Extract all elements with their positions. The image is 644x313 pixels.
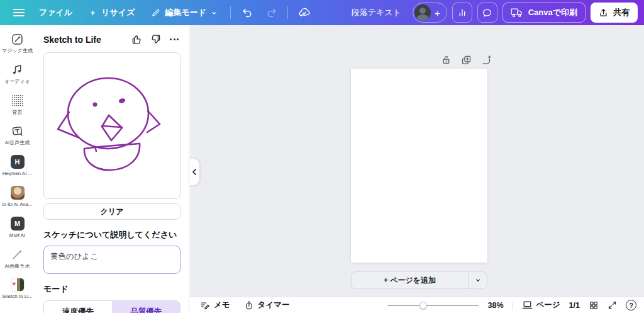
thumbs-up-icon[interactable]: [131, 33, 143, 45]
sidebar-item-label: HeyGen AI ...: [3, 171, 33, 177]
sidebar-item-magic-generate[interactable]: マジック生成: [0, 31, 35, 54]
did-avatar-icon: [10, 185, 25, 200]
toolbar-divider: [230, 6, 231, 19]
toolbar-divider: [287, 6, 288, 19]
file-menu[interactable]: ファイル: [33, 3, 79, 22]
add-page-button: + ページを追加: [351, 271, 487, 289]
timer-label: タイマー: [258, 300, 290, 310]
sidebar-item-label: オーディオ: [4, 79, 30, 85]
edit-mode-button[interactable]: 編集モード: [145, 3, 224, 22]
add-member-button[interactable]: +: [413, 3, 447, 23]
audio-icon: [10, 62, 25, 77]
help-label: ?: [629, 302, 633, 309]
timer-icon: [244, 300, 254, 310]
add-page-icon[interactable]: [480, 54, 492, 65]
sparkle-icon: [89, 9, 97, 17]
page-indicator: 1/1: [569, 301, 580, 310]
chevron-down-icon: [211, 9, 218, 16]
mode-toggle: 速度優先 品質優先: [43, 300, 180, 313]
panel-title: Sketch to Life: [43, 35, 131, 45]
resize-button-label: リサイズ: [101, 7, 135, 18]
design-canvas-area[interactable]: + ページを追加 メモ タイマー: [190, 25, 644, 313]
ai-image-lab-icon: [10, 247, 25, 262]
ai-voice-icon: [10, 123, 25, 139]
duplicate-page-icon[interactable]: [460, 54, 472, 65]
zoom-slider-track: [387, 305, 479, 306]
laptop-icon: [522, 300, 533, 310]
pencil-icon: [151, 8, 160, 18]
sidebar-item-sketch-to-life[interactable]: Sketch to Li...: [0, 277, 35, 300]
cloud-saved-icon: [294, 3, 314, 23]
pages-label: ページ: [536, 300, 560, 310]
prompt-input[interactable]: 黄色のひよこ: [43, 246, 180, 274]
sidebar-item-ai-image-lab[interactable]: AI画像ラボ: [0, 247, 35, 270]
fullscreen-icon[interactable]: [608, 300, 617, 310]
sidebar-item-murf[interactable]: M Murf AI: [0, 216, 35, 239]
mode-option-quality[interactable]: 品質優先: [112, 301, 180, 313]
clear-button-label: クリア: [101, 207, 124, 217]
canva-editor: ファイル リサイズ 編集モード 段落テキスト: [0, 0, 644, 313]
mode-option-speed[interactable]: 速度優先: [44, 301, 112, 313]
panel-header: Sketch to Life: [43, 33, 180, 45]
page-tools: [440, 54, 492, 65]
add-page-dropdown[interactable]: [468, 272, 487, 288]
add-page-main[interactable]: + ページを追加: [352, 272, 468, 288]
notes-label: メモ: [214, 300, 230, 310]
sidebar-item-background[interactable]: 背景: [0, 93, 35, 116]
zoom-slider-handle[interactable]: [419, 302, 427, 309]
panel-collapse-handle[interactable]: [189, 159, 199, 185]
prompt-label: スケッチについて説明してください: [43, 229, 180, 241]
sidebar-item-did-avatar[interactable]: D-ID AI Ava...: [0, 185, 35, 208]
background-icon: [10, 93, 25, 108]
status-bar: メモ タイマー 38% ページ 1/1: [190, 297, 644, 313]
insights-chart-button[interactable]: [452, 3, 472, 23]
sketch-to-life-icon: [10, 277, 25, 292]
redo-icon: [261, 3, 281, 23]
statusbar-divider: [513, 301, 513, 310]
share-button-label: 共有: [613, 7, 630, 18]
resize-button[interactable]: リサイズ: [82, 3, 141, 22]
chick-sketch-drawing: [44, 53, 180, 199]
sketch-to-life-panel: Sketch to Life: [35, 25, 189, 313]
clear-button[interactable]: クリア: [43, 203, 180, 220]
share-icon: [599, 8, 608, 18]
sidebar-item-label: AI画像ラボ: [5, 264, 30, 270]
truck-icon: [511, 8, 523, 18]
sidebar-item-ai-voice[interactable]: AI音声生成: [0, 123, 35, 146]
zoom-slider[interactable]: [387, 301, 479, 310]
user-avatar: [414, 4, 431, 21]
notes-icon: [200, 300, 210, 310]
chevron-down-icon: [475, 277, 481, 283]
hamburger-menu-icon[interactable]: [9, 3, 29, 23]
comments-button[interactable]: [477, 3, 497, 23]
comment-icon: [482, 8, 492, 18]
thumbs-down-icon[interactable]: [150, 33, 162, 45]
document-title[interactable]: 段落テキスト: [352, 7, 401, 18]
unlock-icon[interactable]: [440, 54, 452, 65]
top-toolbar: ファイル リサイズ 編集モード 段落テキスト: [0, 0, 644, 25]
sidebar-item-heygen[interactable]: H HeyGen AI ...: [0, 154, 35, 177]
zoom-value: 38%: [487, 301, 503, 310]
sidebar-item-label: Sketch to Li...: [2, 294, 32, 300]
file-menu-label: ファイル: [39, 7, 72, 18]
more-options-icon[interactable]: [169, 37, 180, 42]
sidebar-item-label: Murf AI: [9, 233, 25, 239]
murf-icon: M: [10, 216, 25, 231]
heygen-icon: H: [10, 154, 25, 169]
sidebar-item-label: D-ID AI Ava...: [3, 202, 33, 208]
sidebar-item-audio[interactable]: オーディオ: [0, 62, 35, 85]
magic-generate-icon: [10, 31, 25, 47]
help-button[interactable]: ?: [626, 300, 636, 310]
print-button-label: Canvaで印刷: [528, 7, 577, 18]
undo-icon[interactable]: [237, 3, 257, 23]
design-page[interactable]: [351, 69, 487, 263]
pages-view-button[interactable]: ページ: [522, 300, 560, 310]
notes-button[interactable]: メモ: [200, 300, 230, 310]
sidebar-item-label: 背景: [13, 110, 23, 116]
timer-button[interactable]: タイマー: [244, 300, 290, 310]
mode-label: モード: [43, 283, 180, 295]
share-button[interactable]: 共有: [591, 3, 638, 23]
sketch-canvas[interactable]: [43, 52, 180, 199]
print-with-canva-button[interactable]: Canvaで印刷: [502, 3, 586, 23]
grid-view-icon[interactable]: [589, 300, 599, 310]
